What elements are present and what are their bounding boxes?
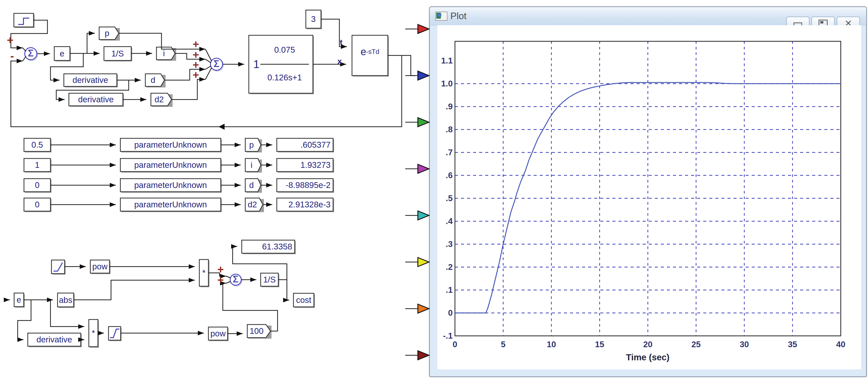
- block-p[interactable]: p: [99, 27, 115, 40]
- block-multiply-2[interactable]: *: [89, 319, 98, 347]
- minus-sign: -: [10, 50, 14, 62]
- plot-window: Plot ✕: [429, 6, 867, 377]
- param-function-1[interactable]: parameterUnknown: [120, 159, 221, 172]
- y-tick-label: .2: [445, 262, 453, 272]
- tf-gain: 1: [251, 57, 262, 72]
- tf-denominator: 0.126s+1: [261, 71, 308, 85]
- x-tick-label: 35: [788, 340, 797, 349]
- x-tick-label: 20: [643, 340, 652, 349]
- t-input-label: t: [340, 38, 343, 47]
- y-tick-label: 1.1: [441, 56, 453, 66]
- block-integrator-2[interactable]: 1/S: [261, 273, 278, 286]
- block-abs[interactable]: abs: [58, 293, 74, 307]
- block-const-3[interactable]: 3: [306, 10, 321, 28]
- x-tick-label: 15: [595, 340, 604, 349]
- plot-window-title: Plot: [451, 11, 467, 22]
- block-e[interactable]: e: [54, 47, 70, 61]
- param-value-2[interactable]: -8.98895e-2: [277, 179, 333, 192]
- plus-sign: +: [192, 39, 199, 50]
- param-input-3[interactable]: 0: [24, 198, 51, 211]
- y-tick-label: .5: [445, 194, 453, 203]
- block-integrator[interactable]: 1/S: [104, 47, 131, 61]
- param-input-0[interactable]: 0.5: [24, 138, 51, 151]
- x-tick-label: 5: [501, 340, 505, 349]
- delay-exponent: -sTd: [366, 48, 379, 56]
- y-tick-label: .9: [445, 102, 453, 111]
- y-tick-label: .4: [445, 216, 453, 226]
- param-input-2[interactable]: 0: [24, 179, 51, 192]
- y-tick-label: .1: [445, 285, 453, 295]
- param-function-2[interactable]: parameterUnknown: [120, 179, 221, 192]
- block-cost[interactable]: cost: [293, 293, 314, 307]
- block-gain-100[interactable]: 100: [247, 324, 266, 338]
- block-multiply-1[interactable]: *: [199, 259, 209, 286]
- plus-sign: +: [217, 264, 224, 275]
- y-tick-label: .3: [445, 239, 453, 249]
- param-tag-1[interactable]: i: [245, 159, 258, 172]
- block-e-2[interactable]: e: [14, 293, 24, 307]
- param-function-0[interactable]: parameterUnknown: [120, 138, 221, 151]
- block-d2[interactable]: d2: [151, 93, 167, 106]
- y-tick-label: .6: [445, 171, 453, 180]
- block-derivative-2[interactable]: derivative: [69, 93, 123, 106]
- y-tick-label: 0: [448, 308, 453, 318]
- y-tick-label: .8: [445, 125, 453, 134]
- y-tick-label: .7: [445, 148, 453, 157]
- plot-area[interactable]: [437, 25, 861, 370]
- x-axis-title: Time (sec): [626, 352, 670, 362]
- block-time-delay-label[interactable]: e-sTd: [352, 35, 388, 68]
- param-function-3[interactable]: parameterUnknown: [120, 198, 221, 211]
- block-derivative-1[interactable]: derivative: [64, 74, 117, 86]
- param-value-0[interactable]: .605377: [277, 138, 333, 151]
- x-tick-label: 10: [547, 340, 556, 349]
- block-i[interactable]: i: [156, 47, 171, 60]
- block-pow-1[interactable]: pow: [90, 260, 110, 273]
- param-tag-2[interactable]: d: [245, 179, 258, 192]
- block-derivative-3[interactable]: derivative: [28, 333, 81, 346]
- display-cost-value[interactable]: 61.3358: [242, 240, 295, 253]
- x-tick-label: 30: [740, 340, 749, 349]
- plus-sign: +: [7, 35, 13, 46]
- block-pow-2[interactable]: pow: [209, 327, 227, 340]
- param-tag-3[interactable]: d2: [245, 198, 259, 211]
- y-tick-label: 1.0: [441, 79, 453, 89]
- delay-base: e: [361, 46, 366, 58]
- param-value-1[interactable]: 1.93273: [277, 159, 333, 172]
- summing-junction-2[interactable]: Σ: [214, 59, 219, 69]
- block-d[interactable]: d: [145, 74, 161, 86]
- param-input-1[interactable]: 1: [24, 159, 51, 172]
- x-tick-label: 40: [836, 340, 845, 349]
- plus-sign: +: [192, 70, 199, 81]
- summing-junction-1[interactable]: Σ: [28, 48, 34, 59]
- x-tick-label: 0: [453, 340, 457, 349]
- x-tick-label: 25: [691, 340, 701, 349]
- x-input-label: x: [337, 57, 342, 66]
- param-tag-0[interactable]: p: [245, 138, 258, 151]
- plot-window-icon: [435, 11, 447, 21]
- summing-junction-3[interactable]: Σ: [233, 274, 239, 285]
- plus-sign: +: [217, 275, 224, 286]
- tf-numerator: 0.075: [261, 43, 308, 57]
- y-tick-label: -.1: [443, 331, 453, 341]
- vissim-workspace: Plot ✕ ep1/Siderivativedderivatived2310.…: [0, 0, 868, 385]
- param-value-3[interactable]: 2.91328e-3: [277, 198, 333, 211]
